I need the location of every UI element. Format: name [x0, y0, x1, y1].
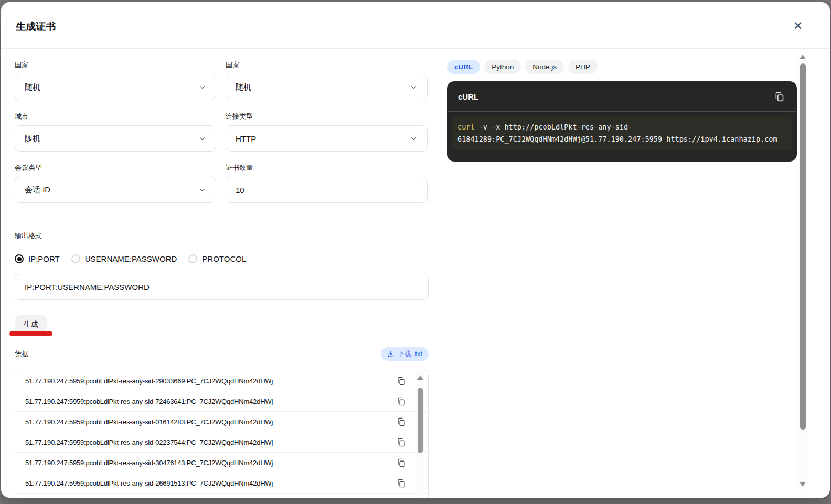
download-icon [387, 350, 395, 358]
copy-code-button[interactable] [773, 90, 786, 103]
chevron-down-icon [198, 135, 206, 143]
country-1-select[interactable]: 随机 [15, 74, 216, 100]
tab-nodejs[interactable]: Node.js [525, 60, 564, 74]
chevron-down-icon [410, 135, 418, 143]
code-keyword: curl [457, 123, 475, 131]
format-template-input[interactable] [15, 274, 429, 300]
code-snippet: curl -v -x http://pcobLdlPkt-res-any-sid… [452, 116, 792, 150]
field-label: 连接类型 [226, 112, 428, 121]
field-label: 证书数量 [226, 163, 428, 173]
connection-type-select[interactable]: HTTP [226, 125, 428, 152]
country-2-select[interactable]: 随机 [226, 74, 428, 100]
copy-credential-button[interactable] [395, 395, 407, 408]
chevron-down-icon [410, 83, 418, 91]
code-column: cURL Python Node.js PHP cURL curl -v -x … [447, 49, 797, 162]
field-label: 城市 [15, 112, 216, 121]
credential-text: 51.77.190.247:5959:pcobLdlPkt-res-any-si… [25, 398, 273, 405]
field-certificate-count: 证书数量 [226, 163, 428, 203]
field-country-2: 国家 随机 [226, 60, 428, 100]
field-session-type: 会议类型 会话 ID [15, 163, 216, 203]
close-button[interactable]: ✕ [790, 18, 806, 34]
credential-text: 51.77.190.247:5959:pcobLdlPkt-res-any-si… [25, 438, 273, 446]
scrollbar-thumb[interactable] [418, 388, 423, 453]
credentials-list: 51.77.190.247:5959:pcobLdlPkt-res-any-si… [15, 369, 429, 498]
download-txt-button[interactable]: 下载 .txt [381, 347, 429, 361]
scroll-up-arrow-icon[interactable] [800, 55, 806, 59]
copy-credential-button[interactable] [395, 416, 407, 428]
radio-icon [15, 254, 24, 263]
credentials-header: 凭据 下载 .txt [15, 347, 429, 361]
copy-credential-button[interactable] [395, 477, 407, 489]
select-value: 随机 [236, 82, 251, 92]
credential-row: 51.77.190.247:5959:pcobLdlPkt-res-any-si… [15, 432, 428, 453]
scroll-down-arrow-icon[interactable] [800, 482, 806, 487]
select-value: 随机 [25, 134, 40, 144]
copy-icon [774, 91, 785, 102]
code-command: -v -x http://pcobLdlPkt-res-any-sid-6184… [457, 123, 777, 143]
output-format-radio-group: IP:PORT USERNAME:PASSWORD PROTOCOL [15, 254, 429, 263]
code-language-tabs: cURL Python Node.js PHP [447, 60, 797, 74]
radio-label: IP:PORT [28, 254, 60, 263]
copy-icon [396, 417, 406, 427]
credential-row: 51.77.190.247:5959:pcobLdlPkt-res-any-si… [15, 391, 428, 412]
copy-icon [396, 376, 406, 386]
output-format-label: 输出格式 [15, 231, 429, 241]
code-panel-divider [448, 111, 796, 112]
city-select[interactable]: 随机 [15, 125, 216, 152]
dialog-header: 生成证书 ✕ [1, 2, 830, 49]
scrollbar-thumb[interactable] [800, 63, 806, 430]
credential-text: 51.77.190.247:5959:pcobLdlPkt-res-any-si… [25, 418, 273, 426]
credential-text: 51.77.190.247:5959:pcobLdlPkt-res-any-si… [25, 377, 273, 385]
radio-username-password[interactable]: USERNAME:PASSWORD [71, 254, 177, 263]
copy-icon [396, 437, 406, 447]
chevron-down-icon [198, 186, 206, 194]
credential-row: 51.77.190.247:5959:pcobLdlPkt-res-any-si… [15, 473, 428, 494]
code-panel-title: cURL [458, 92, 478, 101]
field-city: 城市 随机 [15, 112, 216, 152]
tab-curl[interactable]: cURL [447, 60, 480, 74]
field-label: 国家 [226, 60, 428, 70]
dialog-title: 生成证书 [16, 20, 56, 34]
copy-credential-button[interactable] [395, 375, 407, 387]
credentials-label: 凭据 [15, 349, 29, 359]
credential-text: 51.77.190.247:5959:pcobLdlPkt-res-any-si… [25, 479, 273, 487]
credential-row: 51.77.190.247:5959:pcobLdlPkt-res-any-si… [15, 453, 428, 473]
credential-row: 51.77.190.247:5959:pcobLdlPkt-res-any-si… [15, 412, 428, 432]
dialog-scrollbar[interactable] [798, 52, 807, 490]
copy-credential-button[interactable] [395, 436, 407, 448]
select-value: HTTP [236, 134, 256, 143]
copy-icon [396, 478, 406, 488]
copy-icon [396, 458, 406, 468]
session-type-select[interactable]: 会话 ID [15, 177, 216, 203]
tab-python[interactable]: Python [484, 60, 521, 74]
field-connection-type: 连接类型 HTTP [226, 112, 428, 152]
fields-grid: 国家 随机 国家 随机 城市 [15, 49, 429, 215]
scroll-up-arrow-icon[interactable] [417, 376, 423, 380]
form-column: 国家 随机 国家 随机 城市 [15, 49, 429, 498]
field-country-1: 国家 随机 [15, 60, 216, 100]
radio-protocol[interactable]: PROTOCOL [188, 254, 246, 263]
tab-php[interactable]: PHP [568, 60, 598, 74]
radio-label: PROTOCOL [202, 254, 246, 263]
download-label: 下载 .txt [398, 349, 422, 359]
field-label: 会议类型 [15, 163, 216, 173]
radio-icon [71, 254, 80, 263]
copy-credential-button[interactable] [395, 457, 407, 469]
close-icon: ✕ [793, 19, 803, 33]
copy-icon [396, 396, 406, 406]
field-label: 国家 [15, 60, 216, 70]
radio-icon [188, 254, 197, 263]
code-panel: cURL curl -v -x http://pcobLdlPkt-res-an… [447, 81, 797, 162]
certificate-count-input[interactable] [226, 177, 428, 203]
chevron-down-icon [198, 83, 206, 91]
credential-row: 51.77.190.247:5959:pcobLdlPkt-res-any-si… [15, 371, 428, 391]
annotation-red-underline [9, 331, 52, 336]
code-panel-header: cURL [447, 81, 797, 111]
select-value: 会话 ID [25, 185, 50, 195]
select-value: 随机 [25, 82, 40, 92]
generate-certificate-dialog: 生成证书 ✕ 国家 随机 国家 随机 [1, 2, 830, 498]
radio-ip-port[interactable]: IP:PORT [15, 254, 60, 263]
radio-label: USERNAME:PASSWORD [85, 254, 177, 263]
credentials-scrollbar[interactable] [416, 370, 424, 498]
credential-text: 51.77.190.247:5959:pcobLdlPkt-res-any-si… [25, 459, 273, 467]
